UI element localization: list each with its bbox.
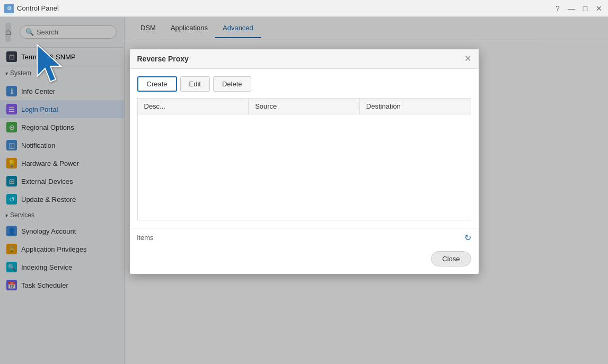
titlebar-left: ⚙ Control Panel — [4, 4, 59, 13]
modal-footer-bar: items ↻ — [130, 228, 479, 247]
modal-toolbar: Create Edit Delete — [137, 76, 471, 92]
refresh-button[interactable]: ↻ — [464, 233, 471, 243]
titlebar-title: Control Panel — [17, 4, 59, 12]
edit-button[interactable]: Edit — [180, 76, 210, 92]
svg-marker-0 — [37, 45, 61, 82]
col-destination: Destination — [359, 99, 471, 114]
items-count-label: items — [137, 234, 154, 242]
proxy-table: Desc... Source Destination — [137, 98, 471, 220]
create-button[interactable]: Create — [137, 76, 177, 92]
titlebar: ⚙ Control Panel ? — □ ✕ — [0, 0, 608, 17]
modal-title: Reverse Proxy — [137, 55, 189, 63]
titlebar-controls: ? — □ ✕ — [553, 4, 604, 13]
table-empty-row — [137, 114, 471, 220]
table-body — [137, 114, 471, 220]
help-button[interactable]: ? — [553, 4, 562, 13]
minimize-button[interactable]: — — [567, 4, 576, 13]
maximize-button[interactable]: □ — [580, 4, 590, 13]
cursor-arrow — [32, 39, 74, 88]
modal-overlay: Reverse Proxy ✕ Create Edit Delete Desc.… — [0, 17, 608, 364]
col-desc: Desc... — [137, 99, 249, 114]
modal-actions: Close — [130, 247, 479, 274]
col-source: Source — [249, 99, 360, 114]
close-window-button[interactable]: ✕ — [594, 4, 604, 13]
modal-close-button[interactable]: ✕ — [464, 55, 471, 63]
table-head: Desc... Source Destination — [137, 99, 471, 114]
modal-body: Create Edit Delete Desc... Source Destin… — [130, 69, 479, 228]
reverse-proxy-modal: Reverse Proxy ✕ Create Edit Delete Desc.… — [129, 49, 479, 274]
app-icon: ⚙ — [4, 4, 14, 13]
close-modal-button[interactable]: Close — [431, 251, 471, 267]
table-header-row: Desc... Source Destination — [137, 99, 471, 114]
modal-header: Reverse Proxy ✕ — [130, 49, 479, 69]
delete-button[interactable]: Delete — [213, 76, 251, 92]
